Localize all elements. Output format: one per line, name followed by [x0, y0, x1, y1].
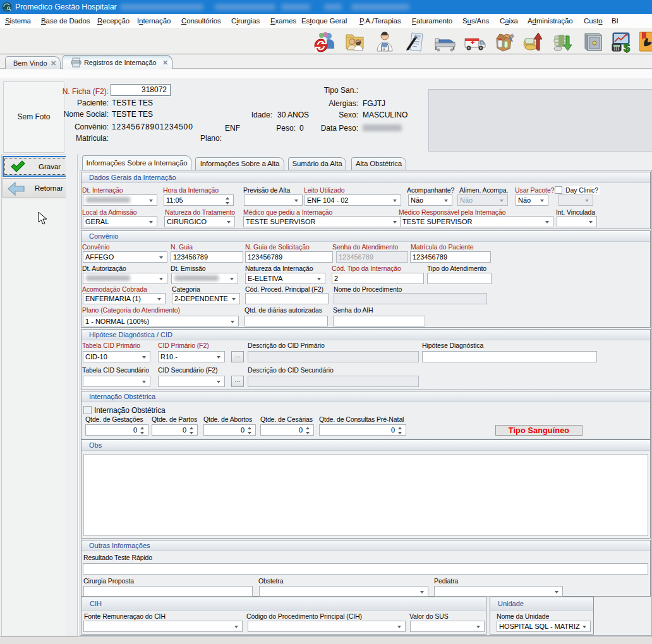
svg-text:$: $ [624, 42, 630, 53]
